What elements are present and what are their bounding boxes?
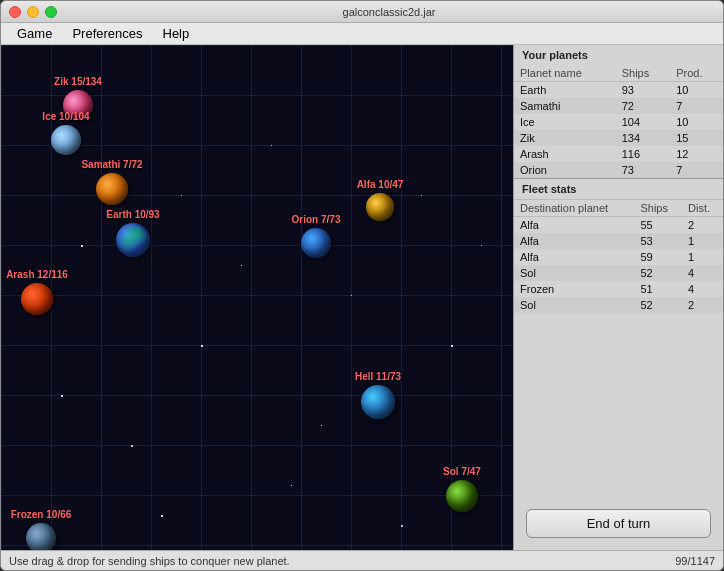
planet-label-hell: Hell 11/73 <box>355 371 401 382</box>
right-panel: Your planets Planet name Ships Prod. Ear… <box>513 45 723 550</box>
planets-table-row[interactable]: Earth 93 10 <box>514 82 723 99</box>
col-prod: Prod. <box>670 65 723 82</box>
planets-table-row[interactable]: Orion 73 7 <box>514 162 723 178</box>
planet-hell[interactable]: Hell 11/73 <box>361 385 395 419</box>
col-dest: Destination planet <box>514 200 634 217</box>
fleet-table: Destination planet Ships Dist. Alfa 55 2… <box>514 200 723 313</box>
planet-frozen[interactable]: Frozen 10/66 <box>26 523 56 550</box>
fleet-ships-cell: 55 <box>634 217 682 234</box>
fleet-ships-cell: 52 <box>634 297 682 313</box>
fleet-dist-cell: 1 <box>682 233 723 249</box>
fleet-section: Fleet stats Destination planet Ships Dis… <box>514 179 723 550</box>
maximize-button[interactable] <box>45 6 57 18</box>
planet-name-cell: Samathi <box>514 98 616 114</box>
planet-arash[interactable]: Arash 12/116 <box>21 283 53 315</box>
status-bar: Use drag & drop for sending ships to con… <box>1 550 723 570</box>
end-of-turn-button[interactable]: End of turn <box>526 509 711 538</box>
planet-sol[interactable]: Sol 7/47 <box>446 480 478 512</box>
planet-ships-cell: 134 <box>616 130 671 146</box>
fleet-ships-cell: 53 <box>634 233 682 249</box>
fleet-dist-cell: 1 <box>682 249 723 265</box>
fleet-ships-cell: 59 <box>634 249 682 265</box>
fleet-dist-cell: 2 <box>682 217 723 234</box>
close-button[interactable] <box>9 6 21 18</box>
menu-bar: Game Preferences Help <box>1 23 723 45</box>
menu-game[interactable]: Game <box>9 24 60 43</box>
planet-ice[interactable]: Ice 10/104 <box>51 125 81 155</box>
background-star <box>241 265 242 266</box>
planet-label-arash: Arash 12/116 <box>6 269 68 280</box>
background-star <box>481 245 482 246</box>
fleet-ships-cell: 51 <box>634 281 682 297</box>
main-content: Zik 15/134Ice 10/104Samathi 7/72Earth 10… <box>1 45 723 550</box>
planet-name-cell: Orion <box>514 162 616 178</box>
menu-preferences[interactable]: Preferences <box>64 24 150 43</box>
planet-label-zik: Zik 15/134 <box>54 76 102 87</box>
minimize-button[interactable] <box>27 6 39 18</box>
fleet-table-row: Alfa 59 1 <box>514 249 723 265</box>
col-planet-name: Planet name <box>514 65 616 82</box>
col-fleet-ships: Ships <box>634 200 682 217</box>
background-star <box>131 445 133 447</box>
col-ships: Ships <box>616 65 671 82</box>
menu-help[interactable]: Help <box>155 24 198 43</box>
title-bar: galconclassic2d.jar <box>1 1 723 23</box>
planet-prod-cell: 7 <box>670 98 723 114</box>
fleet-dest-cell: Frozen <box>514 281 634 297</box>
planet-orion[interactable]: Orion 7/73 <box>301 228 331 258</box>
planet-label-alfa: Alfa 10/47 <box>357 179 404 190</box>
planet-ships-cell: 73 <box>616 162 671 178</box>
background-star <box>451 345 453 347</box>
planet-name-cell: Ice <box>514 114 616 130</box>
planet-prod-cell: 15 <box>670 130 723 146</box>
fleet-table-row: Sol 52 2 <box>514 297 723 313</box>
status-count: 99/1147 <box>675 555 715 567</box>
planet-name-cell: Arash <box>514 146 616 162</box>
planets-table-row[interactable]: Arash 116 12 <box>514 146 723 162</box>
background-star <box>161 515 163 517</box>
planet-label-sol: Sol 7/47 <box>443 466 481 477</box>
planet-prod-cell: 12 <box>670 146 723 162</box>
planet-label-orion: Orion 7/73 <box>292 214 341 225</box>
background-star <box>81 245 83 247</box>
planet-prod-cell: 10 <box>670 114 723 130</box>
end-of-turn-container: End of turn <box>514 497 723 550</box>
status-hint: Use drag & drop for sending ships to con… <box>9 555 290 567</box>
planet-ships-cell: 93 <box>616 82 671 99</box>
your-planets-header: Your planets <box>514 45 723 65</box>
background-star <box>291 485 292 486</box>
window-title: galconclassic2d.jar <box>63 6 715 18</box>
background-star <box>271 145 272 146</box>
fleet-dest-cell: Alfa <box>514 249 634 265</box>
fleet-table-row: Frozen 51 4 <box>514 281 723 297</box>
background-star <box>421 195 422 196</box>
fleet-dist-cell: 4 <box>682 265 723 281</box>
fleet-table-row: Sol 52 4 <box>514 265 723 281</box>
fleet-header: Fleet stats <box>514 179 723 200</box>
background-star <box>201 345 203 347</box>
planet-ships-cell: 72 <box>616 98 671 114</box>
space-map[interactable]: Zik 15/134Ice 10/104Samathi 7/72Earth 10… <box>1 45 513 550</box>
background-star <box>321 425 322 426</box>
fleet-dist-cell: 2 <box>682 297 723 313</box>
planet-label-samathi: Samathi 7/72 <box>81 159 142 170</box>
background-star <box>401 525 403 527</box>
planet-ships-cell: 116 <box>616 146 671 162</box>
planet-ships-cell: 104 <box>616 114 671 130</box>
planets-table-row[interactable]: Ice 104 10 <box>514 114 723 130</box>
planets-table-row[interactable]: Samathi 72 7 <box>514 98 723 114</box>
fleet-table-row: Alfa 53 1 <box>514 233 723 249</box>
col-dist: Dist. <box>682 200 723 217</box>
background-star <box>181 195 182 196</box>
fleet-dest-cell: Alfa <box>514 233 634 249</box>
your-planets-section: Your planets Planet name Ships Prod. Ear… <box>514 45 723 179</box>
app-window: galconclassic2d.jar Game Preferences Hel… <box>0 0 724 571</box>
planet-alfa[interactable]: Alfa 10/47 <box>366 193 394 221</box>
planets-table-row[interactable]: Zik 134 15 <box>514 130 723 146</box>
planet-prod-cell: 7 <box>670 162 723 178</box>
planet-label-ice: Ice 10/104 <box>42 111 89 122</box>
planet-earth[interactable]: Earth 10/93 <box>116 223 150 257</box>
fleet-dist-cell: 4 <box>682 281 723 297</box>
planet-samathi[interactable]: Samathi 7/72 <box>96 173 128 205</box>
fleet-dest-cell: Sol <box>514 265 634 281</box>
